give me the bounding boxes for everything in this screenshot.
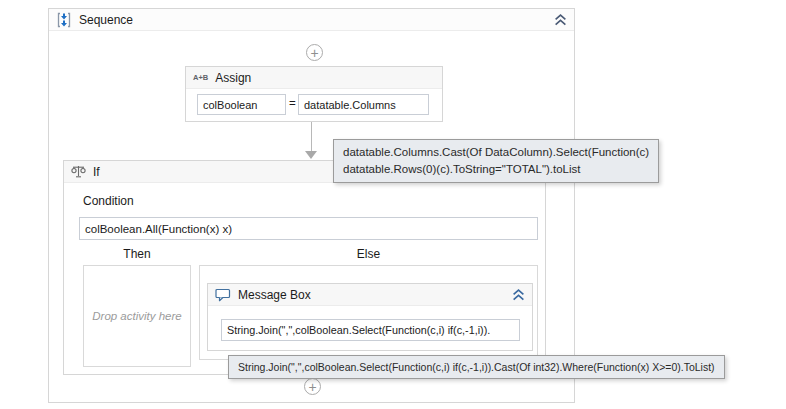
assign-title: Assign: [215, 71, 251, 85]
else-label: Else: [199, 247, 538, 261]
flow-arrow-head: [305, 151, 317, 159]
add-activity-button-bottom[interactable]: +: [304, 378, 321, 395]
chevron-double-up-icon: [554, 14, 567, 26]
message-icon: [215, 288, 231, 302]
messagebox-header[interactable]: Message Box: [208, 284, 532, 306]
plus-icon: +: [308, 380, 316, 394]
then-label: Then: [83, 247, 191, 261]
drop-hint: Drop activity here: [92, 310, 181, 322]
if-title: If: [93, 165, 100, 179]
scales-icon: [71, 164, 86, 179]
messagebox-text-input[interactable]: String.Join(",",colBoolean.Select(Functi…: [221, 319, 520, 341]
assign-icon: A+B: [193, 73, 208, 82]
tooltip-line-1: datatable.Columns.Cast(Of DataColumn).Se…: [343, 144, 649, 161]
messagebox-title: Message Box: [238, 288, 311, 302]
assign-value-input[interactable]: datatable.Columns: [298, 94, 429, 115]
tooltip-text: String.Join(",",colBoolean.Select(Functi…: [238, 361, 715, 373]
sequence-title: Sequence: [79, 13, 133, 27]
messagebox-activity[interactable]: Message Box String.Join(",",colBoolean.S…: [207, 283, 533, 351]
messagebox-collapse-button[interactable]: [512, 289, 525, 301]
assign-body: colBoolean = datatable.Columns: [186, 89, 442, 122]
messagebox-expression-tooltip: String.Join(",",colBoolean.Select(Functi…: [228, 355, 725, 379]
condition-input[interactable]: colBoolean.All(Function(x) x): [79, 217, 538, 240]
add-activity-button-top[interactable]: +: [306, 44, 323, 61]
then-drop-area[interactable]: Drop activity here: [83, 265, 191, 367]
assign-activity[interactable]: A+B Assign colBoolean = datatable.Column…: [185, 66, 443, 122]
assign-to-input[interactable]: colBoolean: [197, 94, 286, 115]
plus-icon: +: [310, 46, 318, 60]
condition-label: Condition: [83, 194, 134, 208]
flow-arrow-line: [311, 122, 312, 152]
sequence-icon: [56, 12, 72, 28]
sequence-header[interactable]: Sequence: [49, 9, 574, 31]
tooltip-line-2: datatable.Rows(0)(c).ToString="TOTAL").t…: [343, 161, 649, 178]
else-container[interactable]: Message Box String.Join(",",colBoolean.S…: [199, 265, 538, 360]
if-activity[interactable]: If Condition colBoolean.All(Function(x) …: [63, 160, 546, 375]
chevron-double-up-icon: [512, 289, 525, 301]
assign-header[interactable]: A+B Assign: [186, 67, 442, 89]
workflow-canvas: Sequence + A+B Assign colBoolean = datat…: [0, 0, 786, 409]
sequence-collapse-button[interactable]: [554, 14, 567, 26]
assign-expression-tooltip: datatable.Columns.Cast(Of DataColumn).Se…: [333, 139, 659, 183]
equals-sign: =: [289, 97, 296, 109]
